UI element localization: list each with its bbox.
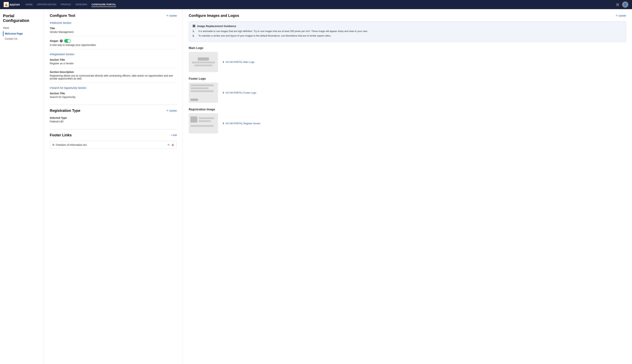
registration-image-section: Registration Image: [189, 108, 626, 134]
delete-footer-link-button[interactable]: 🗑: [172, 144, 174, 146]
right-panel: Configure Images and Logos ✎ Update 🖼 Im…: [183, 9, 632, 364]
download-icon-reg: ⬇: [222, 122, 224, 125]
search-section-title-label: Section Title: [50, 92, 177, 95]
reg-section-title-value: Register as a Vendor: [50, 62, 177, 68]
sidebar-item-contact-us[interactable]: Contact Us: [3, 36, 41, 41]
sidebar-item-welcome-page[interactable]: Welcome Page: [3, 31, 41, 36]
search-section-title-value: Search for Opportunity: [50, 96, 177, 101]
edit-icon: ✎: [166, 14, 168, 17]
configure-text-header: Configure Text ✎ Update: [50, 14, 177, 18]
edit-footer-link-button[interactable]: ✎: [168, 144, 170, 146]
main-logo-download-button[interactable]: ⬇ AS VM PORTAL Main Logo: [222, 61, 254, 64]
nav-vendors[interactable]: VENDORS: [75, 2, 87, 7]
toggle-knob: [68, 40, 70, 42]
chevron-down-icon-reg: ▾: [50, 53, 51, 56]
section-divider: [50, 105, 177, 105]
nav-home[interactable]: HOME: [26, 2, 33, 7]
nav-links: HOME OPPORTUNITIES PROFILE VENDORS CONFI…: [26, 2, 616, 7]
search-section-toggle[interactable]: ▾ Search for Opportunity Section: [50, 86, 177, 89]
title-value: Vendor Management: [50, 30, 177, 36]
page-container: Portal Configuration Views Welcome Page …: [0, 9, 632, 364]
title-label: Title: [50, 27, 177, 30]
reg-box: [191, 116, 197, 122]
registration-type-section: Registration Type ✎ Update Selected Type…: [50, 108, 177, 126]
registration-type-title: Registration Type: [50, 108, 80, 113]
registration-image-download-button[interactable]: ⬇ AS VM PORTAL Register Vendor: [222, 122, 260, 125]
grid-icon[interactable]: ⊞: [616, 2, 619, 7]
configure-images-update-button[interactable]: ✎ Update: [616, 14, 626, 17]
registration-type-header: Registration Type ✎ Update: [50, 108, 177, 113]
download-icon-footer: ⬇: [222, 91, 224, 94]
reg-section-description-label: Section Description: [50, 70, 177, 74]
info-icon[interactable]: ?: [60, 40, 63, 42]
slogan-toggle[interactable]: [64, 39, 71, 43]
slogan-label: Slogan: [50, 40, 58, 42]
guidance-box: 🖼 Image Replacement Guidance 1. It is ad…: [189, 22, 626, 42]
footer-logo-download-button[interactable]: ⬇ AS VM PORTAL Footer Logo: [222, 91, 256, 94]
views-label: Views: [3, 27, 41, 29]
logo-icon: [4, 2, 9, 7]
reg-section-description-value: Registering allows you to communicate di…: [50, 74, 177, 83]
left-panel: Configure Text ✎ Update ▾ Welcome Sectio…: [44, 9, 183, 364]
edit-icon-reg: ✎: [166, 109, 168, 112]
nav-profile[interactable]: PROFILE: [61, 2, 71, 7]
footer-bar-3: [191, 90, 214, 92]
footer-bar-1: [191, 84, 214, 86]
appian-logo[interactable]: appian: [4, 2, 20, 7]
guidance-header: 🖼 Image Replacement Guidance: [193, 24, 622, 28]
main-logo-section: Main Logo ⬇ AS VM PORTAL Main Logo: [189, 46, 626, 72]
registration-image-area: ⬇ AS VM PORTAL Register Vendor: [189, 113, 626, 134]
logo-bar-2: [194, 64, 212, 66]
footer-logo-title: Footer Logo: [189, 77, 626, 80]
registration-type-update-button[interactable]: ✎ Update: [166, 109, 177, 112]
main-logo-title: Main Logo: [189, 46, 626, 50]
user-avatar[interactable]: 👤: [622, 2, 628, 8]
selected-type-value: Federal-UEI: [50, 120, 177, 126]
guidance-item-1: 1. It is advisable to use images that ar…: [193, 30, 622, 32]
configure-images-title: Configure Images and Logos: [189, 14, 239, 18]
reg-bar-2: [199, 120, 211, 122]
nav-configure-portal[interactable]: CONFIGURE PORTAL: [91, 2, 116, 7]
reg-section-title-field: Section Title Register as a Vendor: [50, 58, 177, 68]
registration-image-placeholder: [189, 113, 218, 134]
selected-type-label: Selected Type: [50, 116, 177, 119]
footer-links-add-button[interactable]: + Add: [171, 134, 177, 136]
registration-section-toggle[interactable]: ▾ Registration Section: [50, 53, 177, 56]
footer-logo-placeholder: [189, 82, 218, 103]
external-link-icon: ⧉: [53, 143, 54, 146]
selected-type-field: Selected Type Federal-UEI: [50, 116, 177, 126]
nav-right: ⊞ 👤: [616, 2, 628, 8]
main-logo-area: ⬇ AS VM PORTAL Main Logo: [189, 52, 626, 72]
appian-text: appian: [10, 3, 20, 6]
reg-section-description-field: Section Description Registering allows y…: [50, 70, 177, 83]
slogan-value: A new way to manage your opportunities: [50, 44, 177, 49]
footer-links-section: Footer Links + Add ⧉ Freedom of Informat…: [50, 133, 177, 149]
edit-icon-img: ✎: [616, 14, 618, 17]
footer-links-header: Footer Links + Add: [50, 133, 177, 137]
configure-text-title: Configure Text: [50, 14, 75, 18]
appian-a-icon: [5, 3, 8, 6]
navigation: appian HOME OPPORTUNITIES PROFILE VENDOR…: [0, 0, 632, 9]
registration-section: ▾ Registration Section Section Title Reg…: [50, 53, 177, 83]
sidebar-page-title: Portal Configuration: [3, 14, 41, 23]
welcome-section-toggle[interactable]: ▾ Welcome Section: [50, 22, 177, 24]
footer-bar-2: [191, 87, 208, 89]
footer-link-label: ⧉ Freedom of Information Act: [53, 143, 87, 146]
reg-bar-1: [199, 117, 214, 119]
footer-logo-section: Footer Logo ⬇ AS VM PORTAL Footer Logo: [189, 77, 626, 103]
main-content: Configure Text ✎ Update ▾ Welcome Sectio…: [44, 9, 632, 364]
welcome-section: ▾ Welcome Section Title Vendor Managemen…: [50, 22, 177, 49]
footer-bars: [191, 84, 216, 92]
download-icon: ⬇: [222, 61, 224, 64]
nav-opportunities[interactable]: OPPORTUNITIES: [37, 2, 57, 7]
search-section: ▾ Search for Opportunity Section Section…: [50, 86, 177, 101]
sidebar: Portal Configuration Views Welcome Page …: [0, 9, 44, 364]
reg-bar-3: [191, 125, 214, 127]
guidance-list: 1. It is advisable to use images that ar…: [193, 30, 622, 37]
footer-links-title: Footer Links: [50, 133, 72, 137]
guidance-item-2: 2. To maintain a similar size and layout…: [193, 34, 622, 37]
title-field: Title Vendor Management: [50, 27, 177, 36]
configure-text-update-button[interactable]: ✎ Update: [166, 14, 177, 17]
chevron-down-icon-search: ▾: [50, 86, 51, 89]
reg-section-title-label: Section Title: [50, 58, 177, 61]
